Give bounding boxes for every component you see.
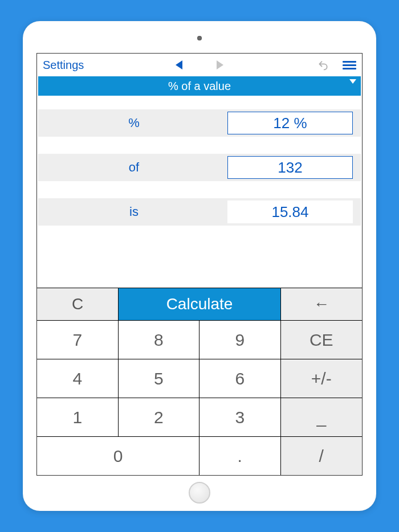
key-4[interactable]: 4 [37, 359, 119, 398]
key-ce[interactable]: CE [281, 320, 363, 359]
is-label: is [40, 204, 227, 219]
inputs-area: % 12 % of 132 is 15.84 [37, 96, 362, 288]
key-divide[interactable]: / [281, 436, 363, 475]
home-button[interactable] [189, 482, 210, 504]
app-screen: Settings % of a value % 12 % [36, 53, 363, 476]
key-underscore[interactable]: _ [281, 398, 363, 436]
ipad-frame: Settings % of a value % 12 % [23, 21, 376, 511]
percent-row: % 12 % [38, 109, 361, 137]
key-5[interactable]: 5 [119, 359, 200, 398]
of-input[interactable]: 132 [227, 156, 353, 179]
settings-link[interactable]: Settings [43, 59, 84, 72]
key-6[interactable]: 6 [199, 359, 281, 398]
key-1[interactable]: 1 [37, 398, 119, 436]
camera-icon [197, 36, 202, 40]
menu-icon[interactable] [343, 61, 356, 69]
key-dot[interactable]: . [199, 436, 281, 475]
percent-input[interactable]: 12 % [227, 112, 353, 134]
number-grid: 7 8 9 CE 4 5 6 +/- 1 2 3 _ [37, 320, 362, 436]
key-8[interactable]: 8 [119, 320, 200, 359]
action-row: C Calculate ← [37, 288, 362, 320]
undo-icon[interactable] [317, 59, 329, 71]
of-label: of [40, 160, 227, 175]
bottom-row: 0 . / [37, 436, 362, 475]
keypad: C Calculate ← 7 8 9 CE 4 5 6 +/- 1 2 3 _… [37, 288, 362, 475]
chevron-down-icon [349, 79, 356, 84]
backspace-button[interactable]: ← [281, 288, 362, 320]
key-0[interactable]: 0 [37, 436, 199, 475]
top-toolbar: Settings [37, 54, 362, 76]
of-row: of 132 [38, 154, 361, 181]
nav-arrows [176, 60, 223, 69]
mode-label: % of a value [168, 80, 231, 93]
key-7[interactable]: 7 [37, 320, 119, 359]
clear-button[interactable]: C [37, 288, 119, 320]
key-3[interactable]: 3 [199, 398, 281, 436]
toolbar-right [317, 59, 356, 71]
key-9[interactable]: 9 [199, 320, 281, 359]
mode-dropdown[interactable]: % of a value [38, 76, 361, 96]
next-mode-icon[interactable] [217, 60, 223, 69]
result-output: 15.84 [227, 200, 353, 223]
key-plus-minus[interactable]: +/- [281, 359, 363, 398]
percent-label: % [40, 116, 227, 130]
is-row: is 15.84 [38, 198, 361, 226]
calculate-button[interactable]: Calculate [119, 288, 281, 320]
prev-mode-icon[interactable] [176, 60, 182, 69]
key-2[interactable]: 2 [119, 398, 200, 436]
